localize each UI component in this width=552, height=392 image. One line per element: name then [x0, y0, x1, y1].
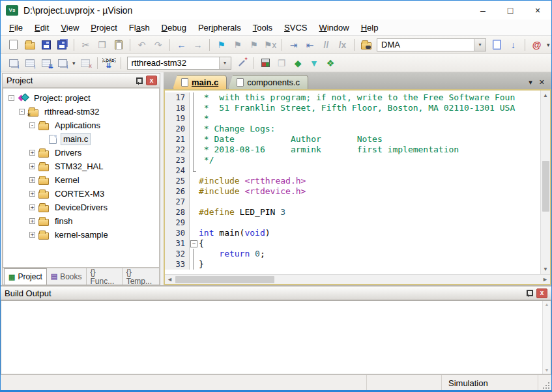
help-assistant-button[interactable]: @ [529, 37, 544, 52]
editor-horizontal-scrollbar[interactable]: ◄ ► [165, 274, 550, 284]
expand-icon[interactable]: + [29, 150, 35, 156]
help-assistant-dropdown[interactable]: ▾ [545, 42, 551, 48]
tree-item-applications[interactable]: -Applications [3, 119, 159, 132]
tree-item-kernel-sample[interactable]: +kernel-sample [3, 228, 159, 242]
tree-item-devicedrivers[interactable]: +DeviceDrivers [3, 201, 159, 214]
save-button[interactable] [38, 37, 53, 52]
code-line-24[interactable]: 24 [165, 165, 540, 176]
tree-item-cortex-m3[interactable]: +CORTEX-M3 [3, 187, 159, 201]
code-line-29[interactable]: 29 [165, 217, 540, 228]
tree-item-drivers[interactable]: +Drivers [3, 146, 159, 160]
collapse-icon[interactable]: - [19, 109, 25, 115]
navigate-back-button[interactable]: ← [174, 37, 189, 52]
menu-edit[interactable]: Edit [29, 21, 55, 35]
build-output-content[interactable] [1, 301, 542, 374]
code-line-22[interactable]: 22 * 2018-08-16 armink first implementat… [165, 145, 540, 155]
expand-icon[interactable]: + [29, 218, 35, 224]
tree-item-kernel[interactable]: +Kernel [3, 173, 159, 187]
tab-templates[interactable]: {} Temp... [123, 268, 160, 285]
navigate-forward-button[interactable]: → [190, 37, 205, 52]
batch-build-dropdown[interactable]: ▾ [71, 60, 77, 66]
cut-button[interactable]: ✂ [78, 37, 93, 52]
fold-collapse-icon[interactable] [190, 238, 197, 249]
search-combo-dropdown-icon[interactable]: ▾ [474, 39, 486, 51]
close-button[interactable]: × [524, 1, 551, 20]
menu-tools[interactable]: Tools [247, 21, 278, 35]
expand-icon[interactable]: + [29, 177, 35, 183]
open-file-button[interactable] [22, 37, 37, 52]
tab-components-c[interactable]: components.c [228, 75, 308, 89]
minimize-button[interactable]: – [469, 1, 497, 20]
translate-button[interactable] [6, 55, 21, 70]
code-line-26[interactable]: 26#include <rtdevice.h> [165, 186, 540, 197]
find-in-files-button[interactable] [358, 37, 373, 52]
build-output-scrollbar[interactable]: ▲▼ [542, 301, 551, 374]
code-line-31[interactable]: 31{ [165, 238, 540, 249]
scroll-up-icon[interactable]: ▲ [541, 91, 550, 100]
undo-button[interactable]: ↶ [134, 37, 149, 52]
menu-view[interactable]: View [55, 21, 85, 35]
paste-button[interactable] [111, 37, 126, 52]
comment-button[interactable]: // [319, 37, 334, 52]
expand-icon[interactable]: + [29, 232, 35, 238]
code-editor[interactable]: 17 * with this program; if not, write to… [165, 91, 540, 274]
menu-debug[interactable]: Debug [156, 21, 192, 35]
tab-project[interactable]: ▦Project [4, 268, 47, 285]
build-output-close-icon[interactable]: x [536, 288, 547, 298]
build-output-pin-icon[interactable] [525, 289, 532, 297]
download-button[interactable]: LOAD⇊ [102, 55, 117, 70]
scroll-down-icon[interactable]: ▼ [541, 264, 550, 274]
redo-button[interactable]: ↷ [151, 37, 166, 52]
menu-peripherals[interactable]: Peripherals [192, 21, 247, 35]
batch-build-button[interactable] [55, 55, 70, 70]
expand-icon[interactable]: + [29, 204, 35, 210]
collapse-icon[interactable]: - [8, 95, 14, 101]
indent-button[interactable]: ⇥ [286, 37, 301, 52]
expand-icon[interactable]: + [29, 191, 35, 197]
tree-item-finsh[interactable]: +finsh [3, 214, 159, 228]
stop-build-button[interactable] [78, 55, 93, 70]
menu-flash[interactable]: Flash [123, 21, 156, 35]
menu-project[interactable]: Project [85, 21, 123, 35]
resize-grip[interactable] [538, 375, 551, 391]
insert-bookmark-button[interactable]: ⚑ [214, 37, 229, 52]
editor-vertical-scrollbar[interactable]: ▲ ▼ [540, 91, 550, 274]
code-line-33[interactable]: 33} [165, 259, 540, 270]
manage-rte-button[interactable]: ◆ [291, 55, 306, 70]
previous-bookmark-button[interactable]: ⚑ [230, 37, 245, 52]
code-line-30[interactable]: 30int main(void) [165, 228, 540, 238]
code-line-21[interactable]: 21 * Date Author Notes [165, 134, 540, 145]
new-file-button[interactable] [6, 37, 21, 52]
scroll-left-icon[interactable]: ◄ [165, 275, 175, 284]
pin-icon[interactable] [135, 77, 142, 85]
uncomment-button[interactable]: /x [335, 37, 350, 52]
bo-scroll-down-icon[interactable]: ▼ [545, 368, 549, 372]
tab-main-c[interactable]: main.c [173, 75, 227, 89]
editor-close-icon[interactable]: ✕ [539, 78, 545, 87]
select-packs-button[interactable]: ▼ [307, 55, 322, 70]
code-line-32[interactable]: 32 return 0; [165, 249, 540, 259]
collapse-icon[interactable]: - [29, 122, 35, 128]
tree-item-rtthread-stm32[interactable]: -rtthread-stm32 [3, 105, 159, 119]
unindent-button[interactable]: ⇤ [302, 37, 317, 52]
tab-functions[interactable]: {} Func... [87, 268, 123, 285]
target-select-combo[interactable]: rtthread-stm32▾ [127, 57, 231, 70]
vertical-scroll-thumb[interactable] [542, 161, 549, 212]
horizontal-scroll-thumb[interactable] [175, 276, 274, 283]
tree-item-stm32-hal[interactable]: +STM32_HAL [3, 160, 159, 173]
search-combo[interactable]: DMA▾ [377, 38, 486, 51]
books-window-button[interactable]: ❐ [274, 55, 289, 70]
tree-item-project-project[interactable]: -Project: project [3, 91, 159, 105]
code-line-25[interactable]: 25#include <rtthread.h> [165, 176, 540, 186]
code-line-23[interactable]: 23 */ [165, 155, 540, 165]
find-dialog-button[interactable] [489, 37, 504, 52]
project-panel-close-icon[interactable]: x [146, 76, 157, 85]
scroll-right-icon[interactable]: ► [540, 275, 550, 284]
tab-list-dropdown-icon[interactable]: ▾ [529, 78, 532, 87]
save-all-button[interactable] [55, 37, 70, 52]
code-line-27[interactable]: 27 [165, 197, 540, 207]
incremental-find-button[interactable]: ↓ [506, 37, 521, 52]
target-select-combo-dropdown-icon[interactable]: ▾ [219, 57, 231, 69]
menu-help[interactable]: Help [355, 21, 385, 35]
next-bookmark-button[interactable]: ⚑ [246, 37, 261, 52]
